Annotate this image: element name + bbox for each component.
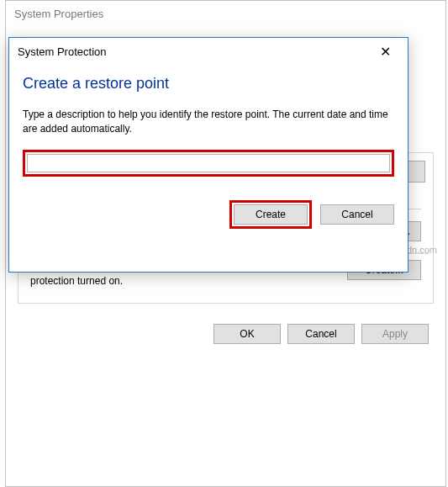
system-protection-dialog: System Protection ✕ Create a restore poi… — [8, 37, 408, 273]
apply-button[interactable]: Apply — [361, 324, 429, 344]
cancel-button[interactable]: Cancel — [287, 324, 355, 344]
modal-heading: Create a restore point — [23, 75, 394, 93]
modal-create-button[interactable]: Create — [234, 204, 308, 225]
ok-button[interactable]: OK — [213, 324, 281, 344]
close-icon[interactable]: ✕ — [369, 40, 401, 62]
modal-body: Create a restore point Type a descriptio… — [9, 65, 408, 239]
create-button-highlight: Create — [229, 200, 312, 229]
parent-titlebar: System Properties — [6, 1, 445, 26]
dialog-button-row: OK Cancel Apply — [18, 315, 434, 344]
description-input[interactable] — [27, 154, 390, 172]
modal-instruction: Type a description to help you identify … — [23, 108, 394, 136]
description-input-highlight — [23, 150, 394, 177]
modal-button-row: Create Cancel — [23, 200, 394, 229]
modal-cancel-button[interactable]: Cancel — [320, 204, 394, 225]
parent-title: System Properties — [14, 8, 103, 20]
modal-title: System Protection — [18, 45, 369, 58]
modal-titlebar: System Protection ✕ — [9, 38, 408, 65]
